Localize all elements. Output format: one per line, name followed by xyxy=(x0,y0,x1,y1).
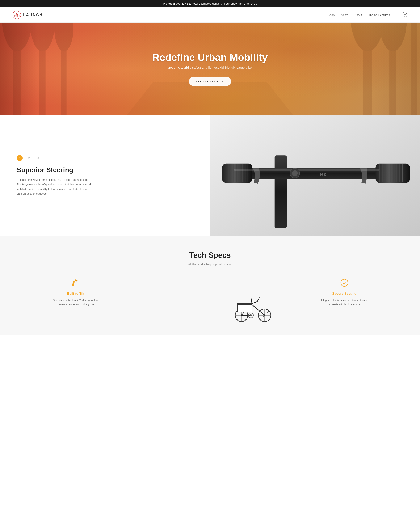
hero-cta-button[interactable]: SEE THE MK1-E → xyxy=(189,77,231,86)
spec-secure-seating: Secure Seating Integrated Isofix mount f… xyxy=(281,279,407,307)
tech-specs-title: Tech Specs xyxy=(13,251,407,260)
main-nav: Shop News About Theme Features xyxy=(328,12,407,17)
svg-rect-23 xyxy=(411,23,417,115)
nav-about[interactable]: About xyxy=(354,13,362,17)
svg-rect-26 xyxy=(275,155,287,228)
spec-secure-seating-title: Secure Seating xyxy=(332,292,357,296)
cart-icon[interactable] xyxy=(403,12,407,17)
handlebar-svg: ex xyxy=(210,115,420,236)
spec-secure-seating-desc: Integrated Isofix mount for standard inf… xyxy=(319,298,370,307)
svg-point-11 xyxy=(404,16,405,17)
svg-point-0 xyxy=(13,11,21,19)
logo-area: LAUNCH xyxy=(13,11,43,19)
tech-specs-section: Tech Specs All that and a bag of potato … xyxy=(0,236,420,335)
step-dots: 1 2 3 xyxy=(17,155,193,161)
svg-point-12 xyxy=(406,16,407,17)
feature-description: Because the MK1-E leans into turns, it's… xyxy=(17,178,92,196)
svg-point-14 xyxy=(2,23,32,52)
nav-divider xyxy=(396,13,396,17)
svg-point-50 xyxy=(292,170,298,176)
hero-title: Redefine Urban Mobility xyxy=(152,52,268,63)
hero-subtitle: Meet the world's safest and lightest kid… xyxy=(152,66,268,69)
hero-cta-arrow: → xyxy=(221,80,224,83)
features-content: 1 2 3 Superior Steering Because the MK1-… xyxy=(0,115,210,236)
step-3[interactable]: 3 xyxy=(35,155,41,161)
feature-title: Superior Steering xyxy=(17,166,193,174)
svg-point-81 xyxy=(341,279,348,286)
svg-text:ex: ex xyxy=(319,170,327,178)
bike-image-svg xyxy=(231,279,273,325)
specs-grid: Built to Tilt Our patented built-to-tilt… xyxy=(13,279,407,325)
spec-hammer-icon xyxy=(71,279,80,289)
spec-center-image xyxy=(147,279,273,325)
svg-line-9 xyxy=(17,14,18,16)
features-section: 1 2 3 Superior Steering Because the MK1-… xyxy=(0,115,420,236)
spec-built-to-tilt-desc: Our patented built-to-tilt™ driving syst… xyxy=(50,298,101,307)
svg-line-73 xyxy=(257,297,259,302)
hero-cta-label: SEE THE MK1-E xyxy=(196,80,219,83)
svg-rect-53 xyxy=(75,280,77,281)
announcement-text: Pre-order your MK1-E now! Estimated deli… xyxy=(163,2,257,5)
features-image: ex xyxy=(210,115,420,236)
svg-point-22 xyxy=(379,23,407,52)
svg-rect-76 xyxy=(237,303,252,305)
hero-section: Redefine Urban Mobility Meet the world's… xyxy=(0,23,420,115)
step-1[interactable]: 1 xyxy=(17,155,23,161)
logo-text: LAUNCH xyxy=(23,13,43,17)
nav-theme-features[interactable]: Theme Features xyxy=(368,13,390,17)
svg-line-79 xyxy=(251,315,253,317)
svg-point-16 xyxy=(30,23,55,52)
spec-checkmark-icon xyxy=(340,279,349,289)
step-2[interactable]: 2 xyxy=(26,155,32,161)
svg-rect-48 xyxy=(234,169,379,171)
svg-rect-37 xyxy=(376,164,410,183)
logo-icon xyxy=(13,11,21,19)
spec-built-to-tilt-title: Built to Tilt xyxy=(67,292,84,296)
nav-shop[interactable]: Shop xyxy=(328,13,334,17)
hero-content: Redefine Urban Mobility Meet the world's… xyxy=(152,52,268,86)
svg-point-18 xyxy=(54,23,73,52)
nav-news[interactable]: News xyxy=(341,13,348,17)
svg-rect-52 xyxy=(72,281,75,286)
spec-built-to-tilt: Built to Tilt Our patented built-to-tilt… xyxy=(13,279,139,307)
announcement-bar: Pre-order your MK1-E now! Estimated deli… xyxy=(0,0,420,7)
header: LAUNCH Shop News About Theme Features xyxy=(0,7,420,23)
tech-specs-subtitle: All that and a bag of potato chips. xyxy=(13,263,407,266)
